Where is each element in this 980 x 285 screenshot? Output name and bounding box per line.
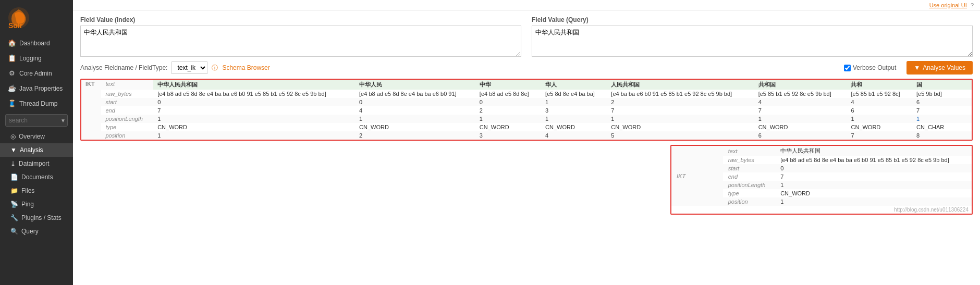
- fieldtype-select[interactable]: text_ik text string: [172, 61, 207, 74]
- sidebar-sub-plugins-stats[interactable]: 🔧 Plugins / Stats: [0, 211, 73, 225]
- token-cell: CN_CHAR: [912, 123, 972, 131]
- sidebar-item-label: Java Properties: [19, 85, 63, 92]
- row-label: raw_bytes: [101, 90, 153, 98]
- query-row-value: 1: [775, 197, 972, 206]
- query-row-label: type: [723, 189, 775, 197]
- right-controls: Verbose Output ▼ Analyse Values: [844, 61, 973, 75]
- token-cell: 1: [847, 115, 912, 123]
- help-circle-icon: ⓘ: [212, 64, 218, 72]
- sub-item-label: Query: [21, 228, 39, 235]
- token-cell: [e5 8d 8e e4 ba ba]: [541, 90, 607, 98]
- token-cell: [e4 ba ba e6 b0 91 e5 85 b1 e5 92 8c e5 …: [607, 90, 754, 98]
- sidebar-sub-query[interactable]: 🔍 Query: [0, 225, 73, 238]
- query-row-value: 中华人民共和国: [775, 146, 972, 156]
- sub-item-label: Analysis: [20, 146, 43, 154]
- controls-row: Analyse Fieldname / FieldType: text_ik t…: [80, 61, 973, 75]
- query-row-label: raw_bytes: [723, 156, 775, 164]
- token-cell: 4: [754, 98, 847, 106]
- sidebar-sub-documents[interactable]: 📄 Documents: [0, 170, 73, 184]
- sidebar-sub-overview[interactable]: ◎ Overview: [0, 130, 73, 143]
- token-cell: 中华人民共和国: [153, 80, 355, 90]
- query-row-label: end: [723, 172, 775, 181]
- token-cell: [e4 b8 ad e5 8d 8e e4 ba ba e6 b0 91 e5 …: [153, 90, 355, 98]
- sidebar-item-label: Thread Dump: [19, 100, 57, 107]
- verbose-output-label: Verbose Output: [853, 64, 896, 71]
- sidebar: Solr 🏠 Dashboard 📋 Logging ⚙ Core Admin …: [0, 0, 73, 285]
- svg-text:Solr: Solr: [8, 21, 23, 30]
- overview-icon: ◎: [10, 133, 16, 140]
- analysis-icon: ▼: [10, 146, 17, 154]
- verbose-output-checkbox[interactable]: [844, 65, 851, 71]
- fields-row: Field Value (Index) Field Value (Query): [80, 16, 973, 57]
- query-row-value: [e4 b8 ad e5 8d 8e e4 ba ba e6 b0 91 e5 …: [775, 156, 972, 164]
- token-cell: 7: [847, 131, 912, 140]
- field-value-index-label: Field Value (Index): [80, 16, 521, 23]
- dashboard-icon: 🏠: [8, 39, 16, 47]
- query-row-value: 7: [775, 172, 972, 181]
- watermark: http://blog.csdn.net/u011306224: [671, 206, 972, 214]
- token-cell: 1: [475, 115, 541, 123]
- top-bar: Use original UI ?: [73, 0, 980, 11]
- filter-icon: ▼: [914, 64, 920, 71]
- token-cell: 中华人民: [355, 80, 475, 90]
- sidebar-item-dashboard[interactable]: 🏠 Dashboard: [0, 35, 73, 51]
- token-cell: CN_WORD: [153, 123, 355, 131]
- core-search-wrap: ▼: [0, 111, 73, 130]
- row-label: position: [101, 131, 153, 140]
- token-cell: 1: [912, 115, 972, 123]
- token-cell: [e5 85 b1 e5 92 8c]: [847, 90, 912, 98]
- search-input[interactable]: [5, 114, 68, 127]
- verbose-output-checkbox-wrap: Verbose Output: [844, 64, 896, 71]
- core-admin-icon: ⚙: [8, 69, 16, 77]
- token-cell: 1: [607, 115, 754, 123]
- sidebar-sub-ping[interactable]: 📡 Ping: [0, 197, 73, 211]
- token-cell: 1: [754, 115, 847, 123]
- token-cell: 4: [847, 98, 912, 106]
- files-icon: 📁: [10, 187, 18, 194]
- thread-icon: 🧵: [8, 100, 16, 107]
- token-cell: 1: [153, 115, 355, 123]
- row-label: end: [101, 106, 153, 115]
- token-cell: CN_WORD: [607, 123, 754, 131]
- token-cell: 0: [475, 98, 541, 106]
- analyse-values-button[interactable]: ▼ Analyse Values: [906, 61, 973, 75]
- sidebar-sub-dataimport[interactable]: ⤓ Dataimport: [0, 157, 73, 170]
- solr-logo: Solr: [6, 5, 31, 30]
- sidebar-item-core-admin[interactable]: ⚙ Core Admin: [0, 66, 73, 81]
- token-cell: 5: [607, 131, 754, 140]
- query-row-value: 1: [775, 181, 972, 189]
- token-cell: 6: [912, 98, 972, 106]
- token-cell: [e4 b8 ad e5 8d 8e e4 ba ba e6 b0 91]: [355, 90, 475, 98]
- field-value-index-group: Field Value (Index): [80, 16, 521, 57]
- token-cell: 1: [355, 115, 475, 123]
- field-value-query-input[interactable]: [532, 26, 973, 57]
- query-icon: 🔍: [10, 228, 18, 235]
- query-row-label: start: [723, 164, 775, 172]
- sidebar-sub-files[interactable]: 📁 Files: [0, 184, 73, 197]
- sidebar-item-logging[interactable]: 📋 Logging: [0, 51, 73, 66]
- token-cell: 人民共和国: [607, 80, 754, 90]
- sidebar-sub-analysis[interactable]: ▼ Analysis: [0, 143, 73, 157]
- field-value-query-group: Field Value (Query): [532, 16, 973, 57]
- sidebar-item-java-properties[interactable]: ☕ Java Properties: [0, 81, 73, 96]
- fieldtype-label: Analyse Fieldname / FieldType:: [80, 64, 167, 71]
- query-row-label: position: [723, 197, 775, 206]
- index-analysis-section: IKTtext中华人民共和国中华人民中华华人人民共和国共和国共和国raw_byt…: [80, 79, 973, 141]
- field-value-index-input[interactable]: [80, 26, 521, 57]
- sidebar-item-thread-dump[interactable]: 🧵 Thread Dump: [0, 96, 73, 111]
- token-cell: [e4 b8 ad e5 8d 8e]: [475, 90, 541, 98]
- token-cell: 6: [847, 106, 912, 115]
- token-cell: 华人: [541, 80, 607, 90]
- sub-item-label: Documents: [21, 174, 53, 181]
- row-label: type: [101, 123, 153, 131]
- use-original-ui-link[interactable]: Use original UI ?: [929, 2, 974, 8]
- sidebar-item-label: Logging: [19, 55, 42, 62]
- token-cell: [e5 85 b1 e5 92 8c e5 9b bd]: [754, 90, 847, 98]
- token-cell: 7: [153, 106, 355, 115]
- field-value-query-label: Field Value (Query): [532, 16, 973, 23]
- sub-item-label: Files: [21, 187, 34, 194]
- token-cell: 国: [912, 80, 972, 90]
- help-icon: ?: [971, 2, 974, 8]
- java-icon: ☕: [8, 84, 16, 92]
- schema-browser-link[interactable]: Schema Browser: [222, 64, 270, 71]
